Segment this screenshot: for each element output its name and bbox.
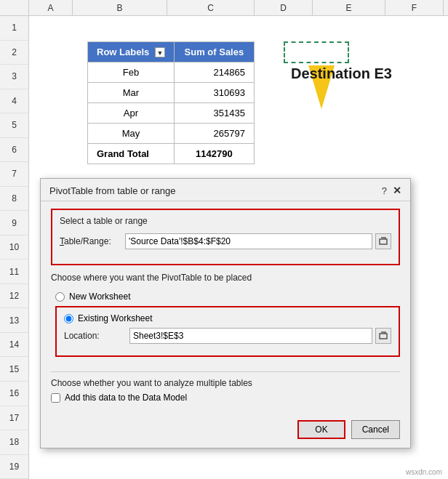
col-headers: A B C D E F [0, 0, 448, 16]
location-input[interactable] [129, 328, 372, 344]
spreadsheet: A B C D E F 1 2 3 4 5 6 7 8 9 10 11 12 1… [0, 0, 448, 479]
table-row: Mar 310693 [88, 83, 255, 103]
new-worksheet-row: New Worksheet [55, 291, 400, 302]
data-model-row: Add this data to the Data Model [51, 393, 400, 403]
table-range-label: Table/Range: [60, 236, 125, 246]
row-num-12: 12 [0, 284, 28, 309]
location-field-row: Location: [64, 328, 391, 344]
dialog-titlebar: PivotTable from table or range ? ✕ [41, 179, 410, 201]
new-worksheet-label[interactable]: New Worksheet [69, 291, 130, 302]
location-collapse-icon [379, 331, 388, 340]
row-num-18: 18 [0, 430, 28, 455]
row-num-9: 9 [0, 211, 28, 236]
row-num-13: 13 [0, 308, 28, 333]
row-num-10: 10 [0, 236, 28, 260]
location-collapse-btn[interactable] [375, 328, 391, 344]
divider [51, 371, 400, 372]
row-labels-header[interactable]: Row Labels ▼ [88, 42, 175, 63]
grand-total-value: 1142790 [174, 144, 254, 164]
row-num-8: 8 [0, 187, 28, 212]
row-num-11: 11 [0, 259, 28, 284]
col-header-b: B [73, 0, 167, 15]
row-num-4: 4 [0, 89, 28, 114]
col-header-f: F [385, 0, 444, 15]
data-model-label[interactable]: Add this data to the Data Model [65, 393, 187, 403]
row-num-15: 15 [0, 357, 28, 382]
row-labels-text: Row Labels [97, 47, 149, 57]
row-num-14: 14 [0, 333, 28, 358]
collapse-icon [379, 237, 388, 246]
row-value-apr: 351435 [174, 103, 254, 124]
dialog-footer: OK Cancel [41, 414, 410, 448]
help-button[interactable]: ? [382, 185, 387, 196]
table-range-field-row: Table/Range: [60, 233, 391, 249]
sum-of-sales-header: Sum of Sales [174, 42, 254, 63]
table-range-section-title: Select a table or range [60, 216, 391, 226]
grand-total-row: Grand Total 1142790 [88, 144, 255, 164]
svg-rect-0 [380, 239, 387, 244]
row-num-17: 17 [0, 406, 28, 431]
row-label-may: May [88, 124, 175, 144]
placement-section-title: Choose where you want the PivotTable to … [51, 273, 400, 283]
row-num-1: 1 [0, 16, 28, 41]
watermark: wsxdn.com [406, 468, 442, 476]
location-label: Location: [64, 331, 129, 341]
row-value-may: 265797 [174, 124, 254, 144]
table-range-row: Table/Range: [60, 230, 391, 258]
cancel-button[interactable]: Cancel [351, 420, 400, 439]
table-range-input-wrapper [125, 233, 391, 249]
row-num-16: 16 [0, 382, 28, 406]
row-label-apr: Apr [88, 103, 175, 124]
existing-worksheet-section: Existing Worksheet Location: [55, 306, 400, 357]
filter-dropdown-icon[interactable]: ▼ [155, 47, 165, 57]
col-header-e: E [313, 0, 385, 15]
dialog-body: Select a table or range Table/Range: [41, 201, 410, 414]
table-row: Feb 214865 [88, 63, 255, 83]
row-num-3: 3 [0, 65, 28, 89]
row-value-mar: 310693 [174, 83, 254, 103]
destination-label: Destination E3 [291, 65, 392, 82]
destination-cell-box [284, 41, 349, 63]
row-label-feb: Feb [88, 63, 175, 83]
row-value-feb: 214865 [174, 63, 254, 83]
pivot-table: Row Labels ▼ Sum of Sales Feb 214865 Mar… [87, 41, 255, 164]
table-range-label-text: able/Range: [64, 236, 111, 246]
table-row: Apr 351435 [88, 103, 255, 124]
new-worksheet-radio[interactable] [55, 292, 65, 302]
dialog-controls: ? ✕ [382, 185, 401, 196]
table-range-input[interactable] [125, 233, 372, 249]
col-header-d: D [255, 0, 313, 15]
existing-worksheet-label[interactable]: Existing Worksheet [78, 313, 153, 323]
pivot-dialog: PivotTable from table or range ? ✕ Selec… [40, 178, 411, 448]
row-num-2: 2 [0, 41, 28, 65]
table-range-section: Select a table or range Table/Range: [51, 209, 400, 265]
row-num-19: 19 [0, 455, 28, 479]
corner-cell [0, 0, 29, 15]
close-button[interactable]: ✕ [393, 185, 401, 196]
col-header-a: A [29, 0, 73, 15]
row-num-5: 5 [0, 113, 28, 138]
placement-options: New Worksheet Existing Worksheet Locatio… [51, 287, 400, 366]
row-num-7: 7 [0, 162, 28, 187]
location-input-wrapper [129, 328, 391, 344]
svg-rect-1 [380, 334, 387, 339]
row-numbers: 1 2 3 4 5 6 7 8 9 10 11 12 13 14 15 16 1… [0, 16, 29, 479]
existing-worksheet-radio[interactable] [64, 314, 73, 323]
existing-worksheet-row: Existing Worksheet [64, 313, 391, 323]
ok-button[interactable]: OK [297, 420, 345, 439]
row-num-6: 6 [0, 138, 28, 163]
grand-total-label: Grand Total [88, 144, 175, 164]
table-range-collapse-btn[interactable] [375, 233, 391, 249]
data-model-checkbox[interactable] [51, 393, 60, 403]
table-row: May 265797 [88, 124, 255, 144]
dialog-title: PivotTable from table or range [49, 185, 175, 196]
col-header-c: C [167, 0, 255, 15]
row-label-mar: Mar [88, 83, 175, 103]
multi-table-section-title: Choose whether you want to analyze multi… [51, 378, 400, 388]
